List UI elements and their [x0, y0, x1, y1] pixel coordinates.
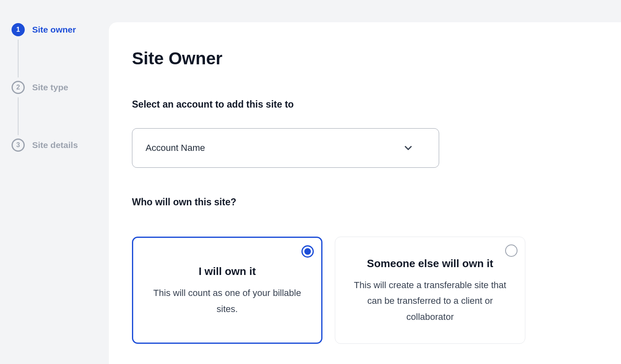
- step-site-type[interactable]: 2 Site type: [12, 81, 109, 94]
- account-select-value: Account Name: [146, 143, 205, 153]
- step-number-badge: 3: [12, 139, 25, 152]
- owner-option-title: I will own it: [199, 265, 256, 278]
- owner-option-desc: This will count as one of your billable …: [150, 285, 305, 317]
- owner-option-title: Someone else will own it: [367, 257, 493, 270]
- account-select-wrapper: Account Name: [132, 128, 439, 168]
- step-number-badge: 1: [12, 23, 25, 36]
- step-connector: [18, 97, 19, 135]
- step-site-details[interactable]: 3 Site details: [12, 139, 109, 152]
- owner-section-label: Who will own this site?: [132, 197, 598, 208]
- radio-selected-icon: [301, 245, 314, 258]
- step-number-badge: 2: [12, 81, 25, 94]
- main-panel: Site Owner Select an account to add this…: [109, 22, 621, 364]
- step-label: Site details: [32, 140, 78, 150]
- owner-option-other[interactable]: Someone else will own it This will creat…: [335, 237, 525, 344]
- step-site-owner[interactable]: 1 Site owner: [12, 23, 109, 36]
- account-section-label: Select an account to add this site to: [132, 99, 598, 110]
- page-title: Site Owner: [132, 49, 598, 68]
- chevron-down-icon: [402, 142, 414, 154]
- account-select[interactable]: Account Name: [132, 128, 439, 168]
- owner-option-self[interactable]: I will own it This will count as one of …: [132, 237, 322, 344]
- owner-options-row: I will own it This will count as one of …: [132, 237, 598, 344]
- radio-unselected-icon: [505, 244, 518, 257]
- owner-option-desc: This will create a transferable site tha…: [352, 277, 508, 325]
- step-label: Site owner: [32, 25, 76, 35]
- step-connector: [18, 40, 19, 77]
- step-label: Site type: [32, 82, 68, 92]
- wizard-stepper: 1 Site owner 2 Site type 3 Site details: [0, 0, 109, 364]
